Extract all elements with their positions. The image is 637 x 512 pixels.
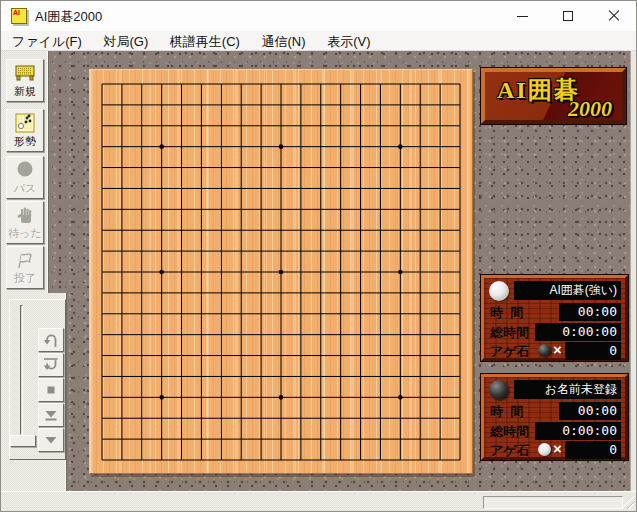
captures-label: アゲ石 [490,343,530,361]
menu-game[interactable]: 対局(G) [94,31,157,51]
multiply-icon: × [553,440,562,457]
player-name: お名前未登録 [514,380,621,399]
total-time-label: 総時間 [490,324,529,342]
captures-value: 0 [565,441,621,459]
player-panel-black: お名前未登録 時 間 00:00 総時間 0:00:00 アゲ石 × 0 [481,374,628,460]
territory-eval-icon [14,113,36,133]
replay-panel [1,293,67,491]
captures-label: アゲ石 [490,442,530,460]
time-label: 時 間 [490,403,523,421]
menu-file[interactable]: ファイル(F) [3,31,91,51]
toolbar-button-label: 形勢 [7,134,43,149]
go-board-grid [90,70,472,473]
minimize-button[interactable] [499,1,545,31]
replay-slider-track[interactable] [20,305,23,435]
menu-bar: ファイル(F) 対局(G) 棋譜再生(C) 通信(N) 表示(V) [1,31,636,51]
window-maximize-icon [563,11,573,21]
total-time-label: 総時間 [490,423,529,441]
jump-back-icon [41,331,61,349]
jump-forward-icon [41,356,61,374]
status-bar [1,491,636,511]
skip-to-end-button[interactable] [38,403,64,427]
white-stone-icon [538,443,551,456]
undo-hand-icon [14,205,36,225]
pass-stone-icon [14,160,36,180]
toolbar-button-label: パス [7,181,43,196]
menu-comm[interactable]: 通信(N) [253,31,315,51]
go-board[interactable] [89,69,473,474]
window-close-icon [608,10,620,22]
app-logo: AI囲碁 2000 [481,68,626,124]
total-time-value: 0:00:00 [535,323,621,341]
maximize-button[interactable] [545,1,591,31]
total-time-value: 0:00:00 [535,422,621,440]
white-stone-icon [489,281,509,301]
jump-back-button[interactable] [38,328,64,352]
logo-year: 2000 [568,96,612,122]
black-stone-icon [489,380,509,400]
multiply-icon: × [553,341,562,358]
black-stone-icon [538,344,551,357]
menu-replay[interactable]: 棋譜再生(C) [161,31,249,51]
app-window: AI AI囲碁2000 ファイル(F) 対局(G) 棋譜再生(C) 通信(N) … [0,0,637,512]
player-name: AI囲碁(強い) [514,281,621,300]
undo-button[interactable]: 待った [6,201,44,244]
close-button[interactable] [591,1,637,31]
step-forward-button[interactable] [38,428,64,452]
jump-forward-button[interactable] [38,353,64,377]
captures-value: 0 [565,342,621,360]
toolbar-button-label: 待った [7,226,43,241]
toolbar-panel: 新規 形勢 パス [1,51,49,293]
window-frame-right [630,51,636,491]
resign-button[interactable]: 投了 [6,246,44,289]
skip-to-end-icon [41,406,61,424]
app-icon: AI [11,8,27,24]
window-minimize-icon [517,16,528,17]
client-area: 新規 形勢 パス [1,51,636,491]
step-forward-icon [41,431,61,449]
status-field [483,496,623,509]
stop-button[interactable] [38,378,64,402]
player-panel-white: AI囲碁(強い) 時 間 00:00 総時間 0:00:00 アゲ石 × 0 [481,275,628,361]
time-label: 時 間 [490,304,523,322]
resign-flag-icon [14,250,36,270]
titlebar: AI AI囲碁2000 [1,1,636,31]
new-game-table-icon [14,63,36,83]
toolbar-button-label: 新規 [7,84,43,99]
new-game-button[interactable]: 新規 [6,59,44,102]
time-value: 00:00 [559,402,621,420]
pass-button[interactable]: パス [6,156,44,199]
stop-icon [41,381,61,399]
time-value: 00:00 [559,303,621,321]
replay-slider-thumb[interactable] [10,435,36,447]
territory-eval-button[interactable]: 形勢 [6,109,44,152]
window-title: AI囲碁2000 [35,8,102,26]
menu-view[interactable]: 表示(V) [318,31,379,51]
toolbar-button-label: 投了 [7,271,43,286]
